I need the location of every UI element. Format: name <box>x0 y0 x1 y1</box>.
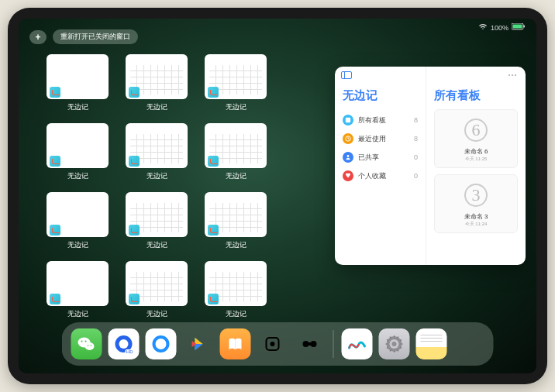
sidebar-item-icon <box>343 115 353 126</box>
app-label: 无边记 <box>226 171 246 181</box>
battery-icon <box>512 23 526 32</box>
reopen-closed-window-button[interactable]: 重新打开已关闭的窗口 <box>53 29 138 44</box>
board-card[interactable]: 3未命名 3今天 11:24 <box>434 174 518 233</box>
panel-sidebar: 无边记 所有看板8最近使用8已共享0个人收藏0 <box>335 67 426 265</box>
app-window-thumb[interactable]: 无边记 <box>205 123 267 181</box>
dock-media-app-icon[interactable] <box>295 328 326 359</box>
dock-qq-icon[interactable] <box>146 328 177 359</box>
dock: HD <box>62 322 494 366</box>
window-thumbnail <box>126 54 188 99</box>
svg-rect-3 <box>346 118 350 122</box>
freeform-app-icon <box>208 294 219 304</box>
svg-point-14 <box>303 341 309 347</box>
dock-play-video-icon[interactable] <box>183 328 214 359</box>
freeform-app-icon <box>208 156 219 167</box>
window-thumbnail <box>205 192 267 237</box>
sidebar-item-count: 0 <box>414 153 418 161</box>
app-window-thumb[interactable]: 无边记 <box>205 192 267 250</box>
dock-settings-icon[interactable] <box>379 328 410 359</box>
app-window-thumb[interactable]: 无边记 <box>205 54 267 112</box>
app-label: 无边记 <box>67 102 88 112</box>
app-window-thumb[interactable]: 无边记 <box>47 261 109 319</box>
content-title: 所有看板 <box>434 88 518 103</box>
freeform-panel[interactable]: 无边记 所有看板8最近使用8已共享0个人收藏0 所有看板 6未命名 6今天 11… <box>335 67 526 265</box>
svg-point-10 <box>88 345 89 346</box>
app-window-thumb[interactable]: 无边记 <box>126 54 188 112</box>
sidebar-item-icon <box>343 133 353 144</box>
sidebar-toggle-icon[interactable] <box>341 71 352 79</box>
board-card[interactable]: 6未命名 6今天 11:25 <box>434 109 518 168</box>
sidebar-item-count: 8 <box>414 135 418 143</box>
sidebar-item[interactable]: 个人收藏0 <box>343 167 418 185</box>
new-window-button[interactable]: + <box>29 30 47 44</box>
dock-wechat-icon[interactable] <box>71 328 102 359</box>
board-title: 未命名 6 <box>464 147 488 156</box>
freeform-app-icon <box>208 87 219 98</box>
sidebar-item-count: 8 <box>414 116 418 124</box>
app-window-thumb[interactable]: 无边记 <box>47 54 109 112</box>
tablet-frame: 100% + 重新打开已关闭的窗口 无边记无边记无边记无边记无边记无边记无边记无… <box>8 8 547 384</box>
board-thumbnail: 3 <box>459 180 493 211</box>
freeform-app-icon <box>50 294 60 304</box>
app-label: 无边记 <box>67 171 88 181</box>
top-bar: + 重新打开已关闭的窗口 <box>29 29 138 44</box>
sidebar-item[interactable]: 所有看板8 <box>343 111 418 129</box>
window-thumbnail <box>126 261 188 306</box>
app-window-thumb[interactable]: 无边记 <box>126 192 188 250</box>
dock-qq-hd-icon[interactable]: HD <box>109 328 140 359</box>
screen: 100% + 重新打开已关闭的窗口 无边记无边记无边记无边记无边记无边记无边记无… <box>19 19 536 373</box>
sidebar-item-label: 已共享 <box>358 153 379 163</box>
svg-point-7 <box>85 342 95 350</box>
window-thumbnail <box>205 123 267 168</box>
board-title: 未命名 3 <box>464 212 488 221</box>
sidebar-item-icon <box>343 170 353 181</box>
app-label: 无边记 <box>147 240 167 250</box>
window-thumbnail <box>126 123 188 168</box>
app-window-thumb[interactable]: 无边记 <box>126 123 188 181</box>
app-label: 无边记 <box>147 102 167 112</box>
window-thumbnail <box>205 54 267 99</box>
dock-books-icon[interactable] <box>220 328 251 359</box>
freeform-app-icon <box>50 225 60 236</box>
sidebar-item-count: 0 <box>414 172 418 180</box>
freeform-app-icon <box>129 225 140 236</box>
sidebar-item[interactable]: 已共享0 <box>343 148 418 167</box>
sidebar-item-label: 所有看板 <box>358 115 386 126</box>
app-switcher-grid: 无边记无边记无边记无边记无边记无边记无边记无边记无边记无边记无边记无边记 <box>47 54 267 319</box>
window-thumbnail <box>47 192 109 237</box>
dock-dice-game-icon[interactable] <box>257 328 288 359</box>
freeform-app-icon <box>50 156 60 167</box>
board-thumbnail: 6 <box>459 115 493 146</box>
wifi-icon <box>478 23 488 32</box>
svg-rect-16 <box>309 342 312 346</box>
svg-point-8 <box>81 341 83 342</box>
window-thumbnail <box>47 261 109 306</box>
svg-point-5 <box>347 155 350 157</box>
app-label: 无边记 <box>147 171 167 181</box>
panel-content: 所有看板 6未命名 6今天 11:253未命名 3今天 11:24 <box>426 67 526 265</box>
app-window-thumb[interactable]: 无边记 <box>126 261 188 319</box>
sidebar-item-label: 最近使用 <box>358 134 386 144</box>
sidebar-item-icon <box>343 152 353 163</box>
app-window-thumb[interactable]: 无边记 <box>47 192 109 250</box>
window-thumbnail <box>47 54 109 99</box>
status-bar: 100% <box>478 23 526 32</box>
sidebar-item[interactable]: 最近使用8 <box>343 129 418 148</box>
freeform-app-icon <box>129 156 140 167</box>
dock-notes-icon[interactable] <box>416 328 447 359</box>
sidebar-title: 无边记 <box>343 88 418 103</box>
app-window-thumb[interactable]: 无边记 <box>205 261 267 319</box>
dock-app-library-icon[interactable] <box>453 328 484 359</box>
window-thumbnail <box>47 123 109 168</box>
app-window-thumb[interactable]: 无边记 <box>47 123 109 181</box>
battery-text: 100% <box>491 24 508 32</box>
board-subtitle: 今天 11:24 <box>465 221 488 228</box>
dock-separator <box>333 330 334 358</box>
svg-point-11 <box>91 345 92 346</box>
freeform-app-icon <box>129 294 140 304</box>
app-label: 无边记 <box>67 309 88 319</box>
board-subtitle: 今天 11:25 <box>465 156 488 163</box>
sidebar-item-label: 个人收藏 <box>358 171 386 181</box>
dock-freeform-icon[interactable] <box>342 328 373 359</box>
svg-rect-2 <box>524 26 526 28</box>
